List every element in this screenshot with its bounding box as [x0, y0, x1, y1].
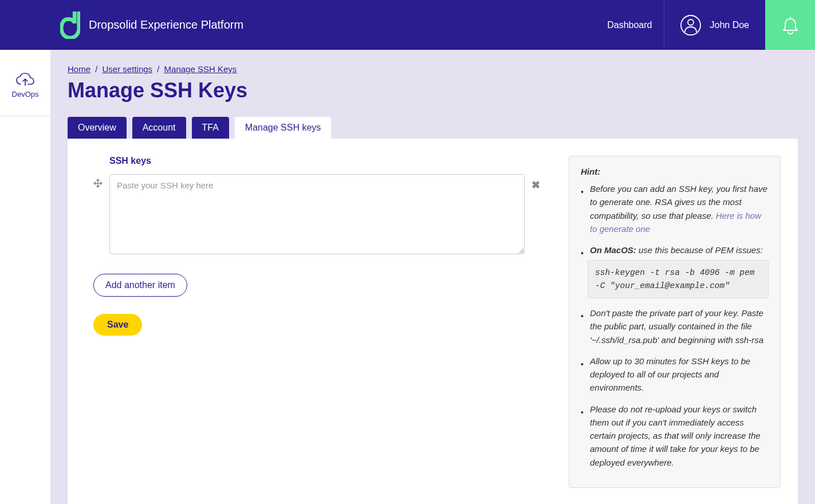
tab-overview[interactable]: Overview: [68, 117, 127, 139]
drag-handle-icon[interactable]: [93, 179, 103, 190]
tab-bar: Overview Account TFA Manage SSH keys: [68, 117, 798, 139]
brand-section[interactable]: Dropsolid Experience Platform: [0, 11, 243, 39]
ssh-key-row: SSH keys ✖: [93, 156, 540, 257]
ssh-keys-label: SSH keys: [109, 156, 525, 166]
bell-icon: [782, 15, 799, 35]
page-title: Manage SSH Keys: [68, 78, 798, 103]
tab-tfa[interactable]: TFA: [192, 117, 229, 139]
hint-item: Allow up to 30 minutes for SSH keys to b…: [588, 355, 769, 395]
user-avatar-icon: [680, 15, 701, 36]
hint-item: Don't paste the private part of your key…: [588, 306, 769, 346]
dashboard-link[interactable]: Dashboard: [596, 20, 663, 30]
sidebar-item-label: DevOps: [12, 90, 39, 99]
hint-item: Please do not re-upload your keys or swi…: [588, 403, 769, 469]
ssh-keygen-command: ssh-keygen -t rsa -b 4096 -m pem -C "you…: [588, 260, 769, 298]
save-button[interactable]: Save: [93, 314, 142, 336]
brand-name: Dropsolid Experience Platform: [89, 18, 243, 32]
hint-item: On MacOS: use this because of PEM issues…: [588, 243, 769, 298]
tab-manage-ssh-keys[interactable]: Manage SSH keys: [235, 117, 332, 139]
tab-account[interactable]: Account: [132, 117, 186, 139]
app-header: Dropsolid Experience Platform Dashboard …: [0, 0, 815, 50]
cloud-upload-icon: [15, 73, 35, 86]
remove-key-button[interactable]: ✖: [531, 179, 540, 191]
hint-panel: Hint: Before you can add an SSH key, you…: [569, 156, 781, 488]
notifications-button[interactable]: [765, 0, 815, 50]
sidebar: DevOps: [0, 50, 50, 504]
breadcrumb-user-settings[interactable]: User settings: [103, 64, 153, 74]
hint-title: Hint:: [581, 167, 769, 176]
content-panel: SSH keys ✖ Add another item Save Hint: B…: [68, 139, 798, 504]
ssh-form: SSH keys ✖ Add another item Save: [85, 156, 540, 336]
main-content: Home / User settings / Manage SSH Keys M…: [50, 50, 815, 504]
add-another-item-button[interactable]: Add another item: [93, 274, 187, 297]
hint-item: Before you can add an SSH key, you first…: [588, 182, 769, 235]
breadcrumb-home[interactable]: Home: [68, 64, 90, 74]
user-name: John Doe: [710, 20, 750, 30]
user-menu[interactable]: John Doe: [664, 0, 766, 50]
ssh-key-input[interactable]: [109, 174, 525, 254]
svg-point-1: [688, 19, 694, 25]
breadcrumb-separator: /: [157, 64, 159, 74]
sidebar-item-devops[interactable]: DevOps: [0, 67, 50, 116]
breadcrumb: Home / User settings / Manage SSH Keys: [68, 64, 798, 74]
brand-logo-icon: [60, 11, 80, 39]
breadcrumb-current[interactable]: Manage SSH Keys: [164, 64, 237, 74]
breadcrumb-separator: /: [95, 64, 97, 74]
